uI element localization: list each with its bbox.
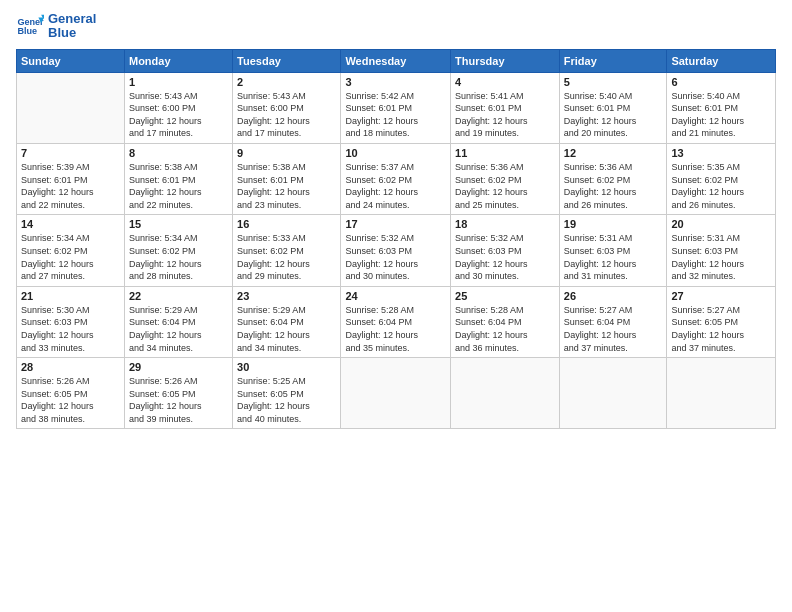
calendar-table: SundayMondayTuesdayWednesdayThursdayFrid… (16, 49, 776, 430)
day-number: 27 (671, 290, 771, 302)
day-number: 2 (237, 76, 336, 88)
cell-info: Sunrise: 5:39 AM Sunset: 6:01 PM Dayligh… (21, 161, 120, 211)
calendar-cell (667, 358, 776, 429)
calendar-cell: 26Sunrise: 5:27 AM Sunset: 6:04 PM Dayli… (559, 286, 667, 357)
svg-text:Blue: Blue (17, 27, 37, 37)
cell-info: Sunrise: 5:26 AM Sunset: 6:05 PM Dayligh… (21, 375, 120, 425)
calendar-cell: 20Sunrise: 5:31 AM Sunset: 6:03 PM Dayli… (667, 215, 776, 286)
calendar-cell: 17Sunrise: 5:32 AM Sunset: 6:03 PM Dayli… (341, 215, 451, 286)
cell-info: Sunrise: 5:38 AM Sunset: 6:01 PM Dayligh… (237, 161, 336, 211)
weekday-header-thursday: Thursday (451, 49, 560, 72)
cell-info: Sunrise: 5:43 AM Sunset: 6:00 PM Dayligh… (237, 90, 336, 140)
day-number: 10 (345, 147, 446, 159)
weekday-header-friday: Friday (559, 49, 667, 72)
calendar-week-row: 14Sunrise: 5:34 AM Sunset: 6:02 PM Dayli… (17, 215, 776, 286)
cell-info: Sunrise: 5:40 AM Sunset: 6:01 PM Dayligh… (564, 90, 663, 140)
calendar-cell: 23Sunrise: 5:29 AM Sunset: 6:04 PM Dayli… (233, 286, 341, 357)
weekday-header-row: SundayMondayTuesdayWednesdayThursdayFrid… (17, 49, 776, 72)
cell-info: Sunrise: 5:27 AM Sunset: 6:05 PM Dayligh… (671, 304, 771, 354)
day-number: 17 (345, 218, 446, 230)
cell-info: Sunrise: 5:31 AM Sunset: 6:03 PM Dayligh… (671, 232, 771, 282)
calendar-cell: 16Sunrise: 5:33 AM Sunset: 6:02 PM Dayli… (233, 215, 341, 286)
day-number: 21 (21, 290, 120, 302)
calendar-cell: 24Sunrise: 5:28 AM Sunset: 6:04 PM Dayli… (341, 286, 451, 357)
day-number: 6 (671, 76, 771, 88)
cell-info: Sunrise: 5:32 AM Sunset: 6:03 PM Dayligh… (345, 232, 446, 282)
weekday-header-monday: Monday (124, 49, 232, 72)
logo-text: GeneralBlue (48, 12, 96, 41)
day-number: 12 (564, 147, 663, 159)
cell-info: Sunrise: 5:29 AM Sunset: 6:04 PM Dayligh… (129, 304, 228, 354)
calendar-cell: 22Sunrise: 5:29 AM Sunset: 6:04 PM Dayli… (124, 286, 232, 357)
calendar-week-row: 7Sunrise: 5:39 AM Sunset: 6:01 PM Daylig… (17, 143, 776, 214)
weekday-header-tuesday: Tuesday (233, 49, 341, 72)
calendar-cell: 2Sunrise: 5:43 AM Sunset: 6:00 PM Daylig… (233, 72, 341, 143)
day-number: 9 (237, 147, 336, 159)
day-number: 15 (129, 218, 228, 230)
calendar-cell: 19Sunrise: 5:31 AM Sunset: 6:03 PM Dayli… (559, 215, 667, 286)
calendar-cell: 18Sunrise: 5:32 AM Sunset: 6:03 PM Dayli… (451, 215, 560, 286)
day-number: 24 (345, 290, 446, 302)
cell-info: Sunrise: 5:37 AM Sunset: 6:02 PM Dayligh… (345, 161, 446, 211)
cell-info: Sunrise: 5:41 AM Sunset: 6:01 PM Dayligh… (455, 90, 555, 140)
calendar-cell: 9Sunrise: 5:38 AM Sunset: 6:01 PM Daylig… (233, 143, 341, 214)
cell-info: Sunrise: 5:33 AM Sunset: 6:02 PM Dayligh… (237, 232, 336, 282)
calendar-cell: 11Sunrise: 5:36 AM Sunset: 6:02 PM Dayli… (451, 143, 560, 214)
cell-info: Sunrise: 5:38 AM Sunset: 6:01 PM Dayligh… (129, 161, 228, 211)
cell-info: Sunrise: 5:29 AM Sunset: 6:04 PM Dayligh… (237, 304, 336, 354)
day-number: 29 (129, 361, 228, 373)
cell-info: Sunrise: 5:36 AM Sunset: 6:02 PM Dayligh… (564, 161, 663, 211)
calendar-cell: 15Sunrise: 5:34 AM Sunset: 6:02 PM Dayli… (124, 215, 232, 286)
calendar-week-row: 28Sunrise: 5:26 AM Sunset: 6:05 PM Dayli… (17, 358, 776, 429)
calendar-cell (17, 72, 125, 143)
calendar-cell: 27Sunrise: 5:27 AM Sunset: 6:05 PM Dayli… (667, 286, 776, 357)
calendar-cell: 30Sunrise: 5:25 AM Sunset: 6:05 PM Dayli… (233, 358, 341, 429)
day-number: 18 (455, 218, 555, 230)
day-number: 13 (671, 147, 771, 159)
calendar-cell: 25Sunrise: 5:28 AM Sunset: 6:04 PM Dayli… (451, 286, 560, 357)
calendar-cell: 7Sunrise: 5:39 AM Sunset: 6:01 PM Daylig… (17, 143, 125, 214)
cell-info: Sunrise: 5:40 AM Sunset: 6:01 PM Dayligh… (671, 90, 771, 140)
logo-icon: General Blue (16, 12, 44, 40)
calendar-cell: 1Sunrise: 5:43 AM Sunset: 6:00 PM Daylig… (124, 72, 232, 143)
calendar-cell: 13Sunrise: 5:35 AM Sunset: 6:02 PM Dayli… (667, 143, 776, 214)
calendar-cell: 28Sunrise: 5:26 AM Sunset: 6:05 PM Dayli… (17, 358, 125, 429)
day-number: 4 (455, 76, 555, 88)
calendar-cell: 29Sunrise: 5:26 AM Sunset: 6:05 PM Dayli… (124, 358, 232, 429)
cell-info: Sunrise: 5:28 AM Sunset: 6:04 PM Dayligh… (455, 304, 555, 354)
header: General Blue GeneralBlue (16, 12, 776, 41)
day-number: 28 (21, 361, 120, 373)
day-number: 3 (345, 76, 446, 88)
cell-info: Sunrise: 5:35 AM Sunset: 6:02 PM Dayligh… (671, 161, 771, 211)
calendar-week-row: 21Sunrise: 5:30 AM Sunset: 6:03 PM Dayli… (17, 286, 776, 357)
cell-info: Sunrise: 5:34 AM Sunset: 6:02 PM Dayligh… (129, 232, 228, 282)
calendar-cell: 12Sunrise: 5:36 AM Sunset: 6:02 PM Dayli… (559, 143, 667, 214)
cell-info: Sunrise: 5:43 AM Sunset: 6:00 PM Dayligh… (129, 90, 228, 140)
day-number: 30 (237, 361, 336, 373)
page: General Blue GeneralBlue SundayMondayTue… (0, 0, 792, 612)
day-number: 20 (671, 218, 771, 230)
cell-info: Sunrise: 5:30 AM Sunset: 6:03 PM Dayligh… (21, 304, 120, 354)
weekday-header-wednesday: Wednesday (341, 49, 451, 72)
cell-info: Sunrise: 5:36 AM Sunset: 6:02 PM Dayligh… (455, 161, 555, 211)
calendar-cell: 8Sunrise: 5:38 AM Sunset: 6:01 PM Daylig… (124, 143, 232, 214)
day-number: 1 (129, 76, 228, 88)
day-number: 26 (564, 290, 663, 302)
day-number: 11 (455, 147, 555, 159)
logo: General Blue GeneralBlue (16, 12, 96, 41)
day-number: 14 (21, 218, 120, 230)
cell-info: Sunrise: 5:42 AM Sunset: 6:01 PM Dayligh… (345, 90, 446, 140)
calendar-cell: 3Sunrise: 5:42 AM Sunset: 6:01 PM Daylig… (341, 72, 451, 143)
calendar-cell (341, 358, 451, 429)
day-number: 22 (129, 290, 228, 302)
cell-info: Sunrise: 5:32 AM Sunset: 6:03 PM Dayligh… (455, 232, 555, 282)
cell-info: Sunrise: 5:28 AM Sunset: 6:04 PM Dayligh… (345, 304, 446, 354)
day-number: 23 (237, 290, 336, 302)
day-number: 19 (564, 218, 663, 230)
cell-info: Sunrise: 5:26 AM Sunset: 6:05 PM Dayligh… (129, 375, 228, 425)
calendar-cell: 5Sunrise: 5:40 AM Sunset: 6:01 PM Daylig… (559, 72, 667, 143)
calendar-cell: 6Sunrise: 5:40 AM Sunset: 6:01 PM Daylig… (667, 72, 776, 143)
day-number: 16 (237, 218, 336, 230)
calendar-cell (451, 358, 560, 429)
calendar-cell (559, 358, 667, 429)
